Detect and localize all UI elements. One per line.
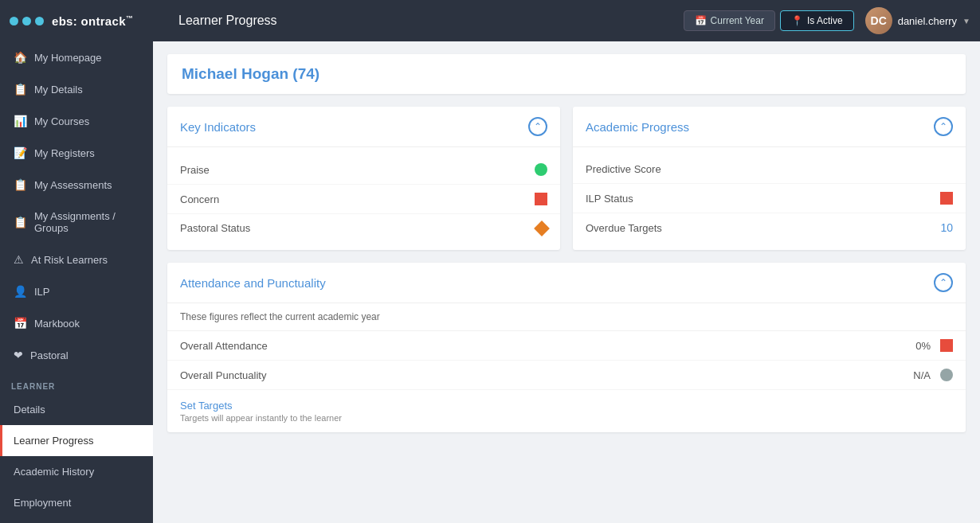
sidebar-item-pastoral[interactable]: ❤ Pastoral <box>0 339 153 371</box>
overdue-targets-label: Overdue Targets <box>586 222 662 234</box>
sidebar-label-employment: Employment <box>14 497 71 509</box>
sidebar-label-my-courses: My Courses <box>34 115 89 127</box>
current-year-button[interactable]: 📅 Current Year <box>684 10 775 31</box>
praise-label: Praise <box>180 164 210 176</box>
warning-icon: ⚠ <box>14 253 24 266</box>
calendar-icon: 📅 <box>695 15 707 26</box>
chevron-up-icon-3: ⌃ <box>939 277 947 288</box>
sidebar-label-my-assignments: My Assignments / Groups <box>34 210 142 234</box>
overall-punctuality-indicator <box>940 369 953 381</box>
user-menu[interactable]: DC daniel.cherry ▼ <box>859 7 970 34</box>
sidebar-label-my-homepage: My Homepage <box>34 52 102 64</box>
pastoral-status-indicator <box>534 221 550 236</box>
pastoral-icon: ❤ <box>14 349 23 361</box>
sidebar-label-at-risk: At Risk Learners <box>31 254 108 266</box>
table-row: ILP Status <box>573 184 966 213</box>
sidebar-label-details: Details <box>14 404 45 416</box>
overall-punctuality-label: Overall Punctuality <box>180 369 889 381</box>
sidebar-item-ilp[interactable]: 👤 ILP <box>0 275 153 307</box>
attendance-card: Attendance and Punctuality ⌃ These figur… <box>167 263 966 432</box>
sidebar-item-my-homepage[interactable]: 🏠 My Homepage <box>0 41 153 73</box>
learner-name: Michael Hogan (74) <box>182 65 319 82</box>
overdue-targets-value: 10 <box>940 221 953 234</box>
sidebar-label-my-details: My Details <box>34 84 83 96</box>
user-name: daniel.cherry <box>898 15 957 27</box>
attendance-note: These figures reflect the current academ… <box>167 303 966 331</box>
chevron-down-icon: ▼ <box>962 17 970 25</box>
overall-attendance-value: 0% <box>899 340 931 352</box>
predictive-score-label: Predictive Score <box>586 163 661 175</box>
table-row: Overall Punctuality N/A <box>167 361 966 390</box>
page-title: Learner Progress <box>163 14 684 28</box>
logo-dot-2 <box>22 17 31 25</box>
pin-icon: 📍 <box>791 15 803 26</box>
markbook-icon: 📅 <box>14 317 27 330</box>
sidebar-item-my-assignments[interactable]: 📋 My Assignments / Groups <box>0 201 153 244</box>
courses-icon: 📊 <box>14 115 27 127</box>
content-area: Michael Hogan (74) Key Indicators ⌃ Prai… <box>153 41 980 523</box>
current-year-label: Current Year <box>711 15 764 26</box>
logo-dot-1 <box>10 17 18 25</box>
sidebar-item-at-risk[interactable]: ⚠ At Risk Learners <box>0 244 153 275</box>
academic-progress-header: Academic Progress ⌃ <box>573 107 966 147</box>
table-row: Praise <box>167 155 560 185</box>
chevron-up-icon: ⌃ <box>534 121 542 132</box>
chevron-up-icon-2: ⌃ <box>939 121 947 132</box>
academic-progress-card: Academic Progress ⌃ Predictive Score ILP… <box>573 107 966 250</box>
avatar: DC <box>865 7 892 34</box>
key-indicators-body: Praise Concern Pastoral Status <box>167 147 560 250</box>
overall-attendance-label: Overall Attendance <box>180 340 889 352</box>
sidebar-label-learner-progress: Learner Progress <box>14 435 93 447</box>
logo-brand: ebs: ontrack <box>52 14 126 28</box>
assignments-icon: 📋 <box>14 216 27 228</box>
sidebar-item-markbook[interactable]: 📅 Markbook <box>0 307 153 339</box>
table-row: Concern <box>167 185 560 214</box>
set-targets-link[interactable]: Set Targets <box>180 400 953 412</box>
sidebar-item-my-details[interactable]: 📋 My Details <box>0 73 153 105</box>
attendance-toggle-button[interactable]: ⌃ <box>934 273 953 292</box>
key-indicators-title: Key Indicators <box>180 120 256 134</box>
sidebar-label-my-registers: My Registers <box>34 147 95 159</box>
sidebar-label-markbook: Markbook <box>34 318 80 330</box>
main-layout: 🏠 My Homepage 📋 My Details 📊 My Courses … <box>0 41 980 523</box>
logo-dot-3 <box>35 17 44 25</box>
is-active-button[interactable]: 📍 Is Active <box>780 10 854 31</box>
table-row: Overdue Targets 10 <box>573 213 966 242</box>
attendance-header: Attendance and Punctuality ⌃ <box>167 263 966 303</box>
sidebar-item-academic-history[interactable]: Academic History <box>0 456 153 487</box>
sidebar-label-ilp: ILP <box>34 286 50 298</box>
logo-area: ebs: ontrack™ <box>10 14 163 28</box>
sidebar-item-employment[interactable]: Employment <box>0 487 153 518</box>
ilp-icon: 👤 <box>14 285 27 298</box>
table-row: Predictive Score <box>573 155 966 184</box>
logo-tm: ™ <box>126 14 133 22</box>
sidebar-item-my-registers[interactable]: 📝 My Registers <box>0 137 153 169</box>
home-icon: 🏠 <box>14 51 27 64</box>
ilp-status-label: ILP Status <box>586 193 633 205</box>
table-row: Overall Attendance 0% <box>167 331 966 361</box>
overall-punctuality-value: N/A <box>899 369 931 381</box>
academic-progress-title: Academic Progress <box>586 120 689 134</box>
overall-attendance-indicator <box>940 339 953 352</box>
sidebar-item-details[interactable]: Details <box>0 394 153 425</box>
sidebar-item-my-courses[interactable]: 📊 My Courses <box>0 105 153 137</box>
sidebar-item-learner-progress[interactable]: Learner Progress <box>0 425 153 456</box>
topnav: ebs: ontrack™ Learner Progress 📅 Current… <box>0 0 980 41</box>
details-icon: 📋 <box>14 83 27 96</box>
topnav-right: 📅 Current Year 📍 Is Active DC daniel.che… <box>684 7 970 34</box>
attendance-title: Attendance and Punctuality <box>180 276 326 290</box>
set-targets-section: Set Targets Targets will appear instantl… <box>167 390 966 432</box>
sidebar-label-my-assessments: My Assessments <box>34 179 112 191</box>
academic-progress-body: Predictive Score ILP Status Overdue Targ… <box>573 147 966 250</box>
sidebar-item-my-assessments[interactable]: 📋 My Assessments <box>0 169 153 201</box>
concern-indicator <box>535 193 547 205</box>
logo-dots <box>10 17 44 25</box>
set-targets-description: Targets will appear instantly to the lea… <box>180 413 953 423</box>
assessments-icon: 📋 <box>14 178 27 191</box>
academic-progress-toggle-button[interactable]: ⌃ <box>934 117 953 136</box>
is-active-label: Is Active <box>807 15 843 26</box>
pastoral-status-label: Pastoral Status <box>180 222 250 234</box>
table-row: Pastoral Status <box>167 214 560 242</box>
key-indicators-toggle-button[interactable]: ⌃ <box>528 117 547 136</box>
learner-banner: Michael Hogan (74) <box>167 54 966 94</box>
